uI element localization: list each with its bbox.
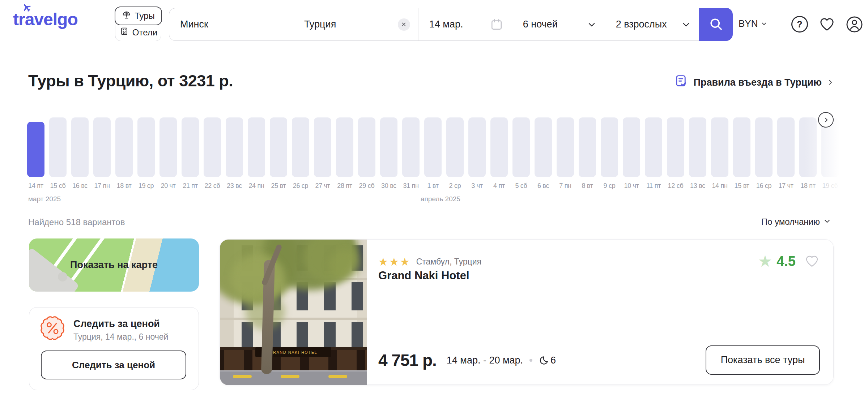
date-bar-label: 25 вт <box>270 182 287 190</box>
show-on-map-button[interactable]: Показать на карте <box>29 238 199 292</box>
date-bar-label: 19 ср <box>137 182 155 190</box>
date-bar[interactable]: 13 вс <box>689 117 706 190</box>
price-row: 4 751 р. 14 мар. - 20 мар. 6 <box>378 350 556 370</box>
date-bar[interactable]: 12 сб <box>667 117 684 190</box>
hotel-location: Стамбул, Турция <box>416 257 481 267</box>
help-icon[interactable]: ? <box>791 16 808 33</box>
price-watch-button[interactable]: Следить за ценой <box>41 350 186 379</box>
date-bar-fill <box>535 117 552 177</box>
sort-dropdown[interactable]: По умолчанию <box>761 217 831 227</box>
date-bar-selected-fill <box>27 122 44 177</box>
date-bar-fill <box>490 117 508 177</box>
date-bar-fill <box>159 117 177 177</box>
tour-dates: 14 мар. - 20 мар. <box>447 355 523 366</box>
date-bar[interactable]: 17 пн <box>93 117 111 190</box>
currency-value: BYN <box>739 18 758 29</box>
origin-field[interactable]: Минск <box>169 8 293 40</box>
date-bar-label: 27 чт <box>314 182 331 190</box>
date-bar[interactable]: 24 пн <box>248 117 265 190</box>
date-bar[interactable]: 5 сб <box>512 117 530 190</box>
date-bar-label: 21 пт <box>182 182 199 190</box>
date-bar-label: 11 пт <box>645 182 662 190</box>
profile-icon[interactable] <box>846 16 863 34</box>
logo[interactable]: travelgo <box>13 9 78 29</box>
date-bar-label: 9 ср <box>601 182 618 190</box>
month-label: апрель 2025 <box>421 195 460 203</box>
date-bar[interactable]: 6 вс <box>535 117 552 190</box>
date-bar[interactable]: 21 пт <box>182 117 199 190</box>
date-bar-fill <box>557 117 574 177</box>
date-bar[interactable]: 23 вс <box>226 117 243 190</box>
chevron-right-icon <box>827 77 834 88</box>
favorites-heart-icon[interactable] <box>818 16 835 34</box>
entry-rules-link[interactable]: Правила въезда в Турцию <box>675 74 834 91</box>
date-price-strip: 14 пт15 сб16 вс17 пн18 вт19 ср20 чт21 пт… <box>27 117 843 190</box>
date-bar-label: 7 пн <box>557 182 574 190</box>
date-bar[interactable]: 26 ср <box>292 117 309 190</box>
scroll-next-button[interactable] <box>818 112 834 128</box>
date-bar[interactable]: 15 вт <box>733 117 750 190</box>
date-bar[interactable]: 10 чт <box>623 117 640 190</box>
hotel-photo[interactable]: GRAND NAKI HOTEL <box>220 240 367 385</box>
date-bar[interactable]: 25 вт <box>270 117 287 190</box>
date-bar[interactable]: 16 ср <box>755 117 773 190</box>
hotel-name[interactable]: Grand Naki Hotel <box>378 269 469 282</box>
date-bar[interactable]: 9 ср <box>601 117 618 190</box>
date-bar-label: 4 пт <box>490 182 508 190</box>
date-bar[interactable]: 19 ср <box>137 117 155 190</box>
date-bar-label: 16 вс <box>71 182 89 190</box>
mode-tab-hotels[interactable]: Отели <box>115 24 162 41</box>
price-watch-card: Следить за ценой Турция, 14 мар., 6 ноче… <box>29 307 199 390</box>
date-bar-fill <box>314 117 331 177</box>
date-bar[interactable]: 2 ср <box>446 117 464 190</box>
date-bar[interactable]: 30 вс <box>380 117 397 190</box>
date-bar[interactable]: 18 пт <box>799 117 817 190</box>
entry-rules-label: Правила въезда в Турцию <box>694 77 822 88</box>
rating-value: 4.5 <box>776 254 796 269</box>
date-bar-label: 26 ср <box>292 182 309 190</box>
date-bar[interactable]: 18 вт <box>115 117 133 190</box>
date-field[interactable]: 14 мар. <box>418 8 512 40</box>
date-bar-label: 31 пн <box>402 182 420 190</box>
date-bar[interactable]: 19 сб <box>821 117 839 190</box>
date-bar[interactable]: 15 сб <box>49 117 67 190</box>
clear-icon[interactable] <box>398 18 410 31</box>
date-bar[interactable]: 28 пт <box>336 117 353 190</box>
date-bar[interactable]: 1 вт <box>424 117 442 190</box>
moon-icon <box>539 356 549 365</box>
date-bar-fill <box>777 117 795 177</box>
date-bar[interactable]: 29 сб <box>358 117 375 190</box>
date-bar[interactable]: 14 пт <box>27 117 44 190</box>
date-bar[interactable]: 16 вс <box>71 117 89 190</box>
date-bar-fill <box>623 117 640 177</box>
date-bar-fill <box>115 117 133 177</box>
currency-selector[interactable]: BYN <box>739 18 767 29</box>
date-bar-fill <box>71 117 89 177</box>
date-bar[interactable]: 17 чт <box>777 117 795 190</box>
date-bar-label: 16 ср <box>755 182 773 190</box>
mode-tab-tours[interactable]: Туры <box>115 7 162 25</box>
date-bar[interactable]: 3 чт <box>468 117 486 190</box>
nights-field[interactable]: 6 ночей <box>512 8 605 40</box>
show-all-tours-button[interactable]: Показать все туры <box>706 345 820 375</box>
destination-field[interactable]: Турция <box>293 8 418 40</box>
date-bar[interactable]: 31 пн <box>402 117 420 190</box>
price-watch-title: Следить за ценой <box>73 318 160 330</box>
date-bar-fill <box>711 117 728 177</box>
date-bar-fill <box>755 117 773 177</box>
guests-field[interactable]: 2 взрослых <box>605 8 699 40</box>
hotel-card[interactable]: GRAND NAKI HOTEL ★★★ Стамбул, Турция Gra… <box>220 239 834 385</box>
search-button[interactable] <box>699 8 733 41</box>
date-bar[interactable]: 20 чт <box>159 117 177 190</box>
date-bar[interactable]: 22 сб <box>204 117 221 190</box>
date-bar[interactable]: 14 пн <box>711 117 728 190</box>
date-bar[interactable]: 4 пт <box>490 117 508 190</box>
date-bar-label: 14 пт <box>27 182 44 190</box>
date-bar[interactable]: 11 пт <box>645 117 662 190</box>
favorite-heart-icon[interactable] <box>804 254 820 269</box>
date-bar[interactable]: 7 пн <box>557 117 574 190</box>
date-bar[interactable]: 8 вт <box>579 117 596 190</box>
date-bar[interactable]: 27 чт <box>314 117 331 190</box>
date-bar-fill <box>512 117 530 177</box>
date-bar-label: 30 вс <box>380 182 397 190</box>
